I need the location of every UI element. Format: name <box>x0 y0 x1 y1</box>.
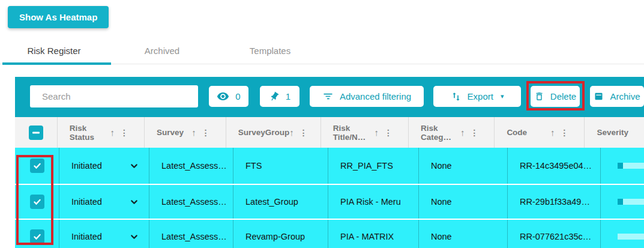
row-select-cell <box>15 185 59 219</box>
sort-ascending-icon[interactable]: ↑ <box>374 127 379 138</box>
severity-track <box>623 199 644 205</box>
trash-icon <box>534 91 544 101</box>
visible-count: 0 <box>235 91 240 101</box>
column-menu-icon[interactable]: ⋮ <box>299 128 308 138</box>
severity-cell <box>600 220 644 248</box>
survey-cell: Latest_Assess… <box>149 148 233 184</box>
column-menu-icon[interactable]: ⋮ <box>470 128 478 138</box>
risk-category-cell: None <box>418 220 507 248</box>
archive-button[interactable]: Archive <box>590 86 644 107</box>
filter-icon <box>322 91 334 102</box>
risk-title-cell: RR_PIA_FTS <box>328 148 418 184</box>
column-menu-icon[interactable]: ⋮ <box>384 128 393 138</box>
archive-icon <box>594 91 604 101</box>
active-tab-indicator <box>2 62 111 65</box>
risk-status-cell[interactable]: Initiated <box>59 220 149 248</box>
header-survey[interactable]: Survey ↑ ⋮ <box>144 117 226 148</box>
column-menu-icon[interactable]: ⋮ <box>120 128 128 138</box>
tab-bar: Risk Register Archived Templates <box>0 37 644 64</box>
tab-risk-register[interactable]: Risk Register <box>0 37 108 64</box>
row-checkbox-checked[interactable] <box>30 159 44 173</box>
risk-title-cell: PIA - MATRIX <box>328 220 418 248</box>
select-all-header-cell <box>15 117 57 148</box>
search-input[interactable] <box>30 85 198 107</box>
risk-title-cell: PIA Risk - Meru <box>328 185 418 219</box>
show-as-heatmap-button[interactable]: Show As Heatmap <box>8 6 109 28</box>
pinned-rows-button[interactable]: 1 <box>260 86 299 107</box>
import-export-icon <box>451 91 462 102</box>
tab-archived[interactable]: Archived <box>108 37 216 64</box>
tab-templates[interactable]: Templates <box>216 37 324 64</box>
chevron-down-icon[interactable] <box>129 161 139 171</box>
header-risk-category[interactable]: Risk Categ… ↑ ⋮ <box>408 117 494 148</box>
row-checkbox-checked[interactable] <box>30 195 44 209</box>
header-risk-title[interactable]: Risk Title/N… ↑ ⋮ <box>320 117 408 148</box>
select-all-checkbox[interactable] <box>29 126 43 140</box>
header-code[interactable]: Code ↑ ⋮ <box>494 117 584 148</box>
survey-cell: Latest_Assess… <box>149 185 233 219</box>
severity-bar <box>618 234 644 240</box>
risk-category-cell: None <box>418 148 507 184</box>
advanced-filtering-button[interactable]: Advanced filtering <box>310 86 424 107</box>
risk-register-page: Show As Heatmap Risk Register Archived T… <box>0 0 644 248</box>
table-row[interactable]: Initiated Latest_Assess… Latest_Group PI… <box>15 184 644 219</box>
sort-ascending-icon[interactable]: ↑ <box>289 127 294 138</box>
table-row[interactable]: Initiated Latest_Assess… Revamp-Group PI… <box>15 219 644 248</box>
header-severity[interactable]: Severity <box>584 117 644 148</box>
sort-ascending-icon[interactable]: ↑ <box>550 127 555 138</box>
eye-icon <box>217 90 229 103</box>
pin-icon <box>266 89 281 104</box>
checkmark-icon <box>33 198 41 206</box>
header-survey-group[interactable]: SurveyGroup ↑ ⋮ <box>226 117 320 148</box>
checkmark-icon <box>33 232 41 241</box>
survey-group-cell: FTS <box>233 148 328 184</box>
row-select-cell <box>15 220 59 248</box>
risk-status-cell[interactable]: Initiated <box>59 185 149 219</box>
sort-ascending-icon[interactable]: ↑ <box>460 127 465 138</box>
column-menu-icon[interactable]: ⋮ <box>560 128 568 138</box>
survey-group-cell: Latest_Group <box>233 185 328 219</box>
row-checkbox-checked[interactable] <box>30 229 44 244</box>
row-select-cell <box>15 148 59 184</box>
export-caret-icon: ▾ <box>501 92 504 100</box>
severity-track <box>623 163 644 169</box>
chevron-down-icon[interactable] <box>129 232 139 242</box>
grid-toolbar: 0 1 Advanced filtering Export ▾ De <box>15 77 644 117</box>
severity-track <box>618 234 644 240</box>
visible-columns-button[interactable]: 0 <box>209 86 248 107</box>
delete-button[interactable]: Delete <box>531 86 580 107</box>
export-button[interactable]: Export ▾ <box>433 86 521 107</box>
pinned-count: 1 <box>286 91 290 101</box>
severity-cell <box>600 148 644 184</box>
header-risk-status[interactable]: Risk Status ↑ ⋮ <box>57 117 144 148</box>
checkmark-icon <box>33 162 41 170</box>
code-cell: RR-14c3495e04… <box>507 148 600 184</box>
risk-status-cell[interactable]: Initiated <box>59 148 149 184</box>
code-cell: RR-29b1f33a49… <box>507 185 600 219</box>
sort-ascending-icon[interactable]: ↑ <box>110 127 115 138</box>
survey-cell: Latest_Assess… <box>149 220 233 248</box>
indeterminate-icon <box>32 129 40 137</box>
table-header-row: Risk Status ↑ ⋮ Survey ↑ ⋮ SurveyGroup ↑… <box>15 117 644 148</box>
risk-category-cell: None <box>418 185 507 219</box>
sort-ascending-icon[interactable]: ↑ <box>191 127 196 138</box>
severity-filled-segment <box>618 199 623 205</box>
severity-bar <box>618 199 644 205</box>
severity-cell <box>600 185 644 219</box>
code-cell: RR-077621c35c… <box>507 220 600 248</box>
severity-bar <box>618 163 644 169</box>
chevron-down-icon[interactable] <box>129 197 139 207</box>
severity-filled-segment <box>618 163 623 169</box>
risk-table: Risk Status ↑ ⋮ Survey ↑ ⋮ SurveyGroup ↑… <box>15 117 644 248</box>
survey-group-cell: Revamp-Group <box>233 220 328 248</box>
table-row[interactable]: Initiated Latest_Assess… FTS RR_PIA_FTS … <box>15 148 644 184</box>
column-menu-icon[interactable]: ⋮ <box>202 128 210 138</box>
